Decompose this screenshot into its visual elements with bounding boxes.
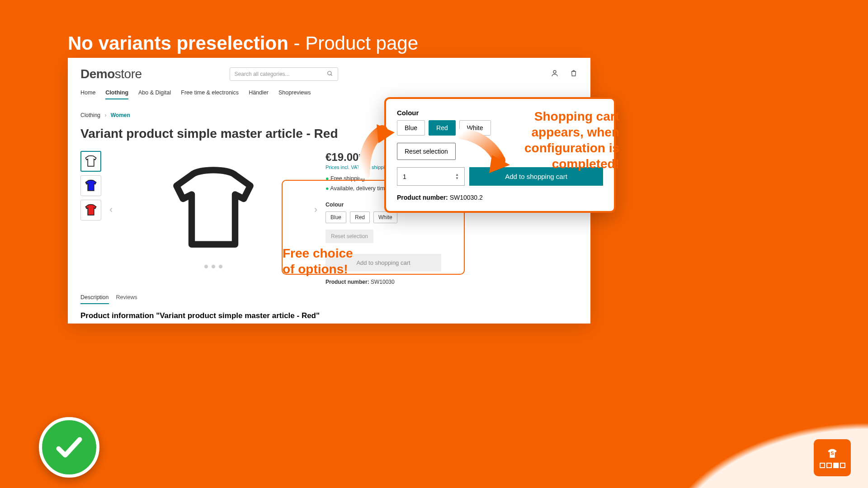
svg-point-2 (553, 70, 556, 73)
check-badge-icon (39, 417, 99, 478)
info-title: Product information "Variant product sim… (80, 311, 578, 320)
callout-free-choice: Free choice of options! (283, 245, 353, 277)
search-placeholder: Search all categories... (235, 71, 290, 77)
store-header: Demostore Search all categories... (80, 65, 578, 83)
reset-selection-disabled: Reset selection (326, 230, 373, 243)
breadcrumb-parent[interactable]: Clothing (80, 112, 100, 118)
thumbnail-list (80, 151, 101, 285)
search-icon (327, 70, 333, 78)
nav-shopreviews[interactable]: Shopreviews (278, 89, 311, 99)
tab-description[interactable]: Description (80, 294, 109, 304)
chevron-right-icon: › (104, 112, 106, 118)
detail-tabs: Description Reviews (80, 294, 578, 304)
svg-line-1 (330, 74, 332, 75)
breadcrumb-current[interactable]: Women (111, 112, 130, 118)
popup-option-red[interactable]: Red (429, 120, 456, 136)
tab-reviews[interactable]: Reviews (116, 294, 137, 304)
account-icon[interactable] (551, 69, 559, 79)
dot[interactable] (212, 265, 215, 268)
dot[interactable] (219, 265, 222, 268)
stepper-arrows-icon: ▲▼ (455, 173, 459, 180)
callout-cart-appears: Shopping cart appears, when configuratio… (479, 108, 619, 172)
option-white[interactable]: White (373, 211, 397, 223)
popup-option-blue[interactable]: Blue (397, 120, 425, 136)
nav-freetime[interactable]: Free time & electronics (181, 89, 239, 99)
thumbnail-blue[interactable] (80, 175, 101, 196)
option-red[interactable]: Red (350, 211, 370, 223)
product-image (155, 155, 272, 264)
option-blue[interactable]: Blue (326, 211, 346, 223)
nav-clothing[interactable]: Clothing (105, 89, 128, 99)
slide-title: No variants preselection - Product page (68, 33, 418, 54)
popup-reset-button[interactable]: Reset selection (397, 143, 456, 160)
nav-abo[interactable]: Abo & Digital (138, 89, 171, 99)
popup-quantity-stepper[interactable]: 1 ▲▼ (397, 167, 465, 186)
dot[interactable] (204, 265, 208, 268)
search-input[interactable]: Search all categories... (230, 67, 338, 81)
nav-haendler[interactable]: Händler (249, 89, 269, 99)
plugin-squares (820, 463, 845, 468)
slide-title-bold: No variants preselection (68, 33, 288, 54)
cart-icon[interactable] (570, 69, 578, 79)
shirt-mini-icon: S (826, 447, 839, 460)
product-number-row: Product number: SW10030 (326, 279, 578, 285)
gallery-prev-icon[interactable]: ‹ (109, 204, 113, 216)
popup-product-number: Product number: SW10030.2 (397, 194, 603, 201)
thumbnail-red[interactable] (80, 200, 101, 221)
logo[interactable]: Demostore (80, 67, 142, 81)
gallery-next-icon[interactable]: › (314, 204, 317, 216)
nav-home[interactable]: Home (80, 89, 95, 99)
svg-point-0 (327, 71, 331, 75)
gallery-dots (204, 265, 222, 268)
slide-title-rest: - Product page (288, 33, 418, 54)
plugin-badge-icon: S (814, 439, 851, 476)
thumbnail-white[interactable] (80, 151, 101, 172)
svg-text:S: S (830, 450, 834, 456)
